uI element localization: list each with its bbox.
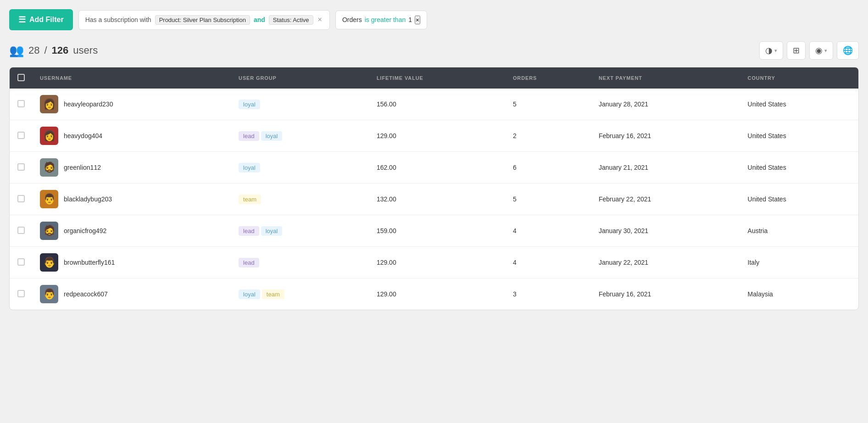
users-icon: 👥 (9, 44, 24, 58)
row-checkbox[interactable] (17, 132, 25, 139)
username-cell: 👩 heavyleopard230 (33, 89, 231, 120)
row-checkbox[interactable] (17, 227, 25, 234)
lifetime-value-cell: 159.00 (369, 215, 506, 247)
next-payment-cell: January 28, 2021 (591, 89, 740, 120)
avatar: 👩 (40, 95, 58, 113)
pie-chart-icon: ◑ (765, 45, 773, 56)
next-payment-cell: February 22, 2021 (591, 184, 740, 215)
username: heavydog404 (64, 132, 102, 139)
table-body: 👩 heavyleopard230 loyal156.005January 28… (10, 89, 858, 310)
username-cell: 👨 brownbutterfly161 (33, 247, 231, 278)
grid-button[interactable]: ⊞ (787, 41, 806, 60)
tag-loyal: loyal (261, 131, 283, 141)
row-checkbox[interactable] (17, 258, 25, 266)
username: blackladybug203 (64, 195, 112, 203)
avatar: 👨 (40, 253, 58, 272)
next-payment-cell: January 22, 2021 (591, 247, 740, 278)
product-tag: Product: Silver Plan Subscription (155, 15, 250, 25)
orders-cell: 6 (506, 152, 591, 184)
username: brownbutterfly161 (64, 259, 115, 266)
row-checkbox-cell (10, 215, 33, 247)
user-group-cell: loyal (231, 152, 369, 184)
lifetime-value-cell: 156.00 (369, 89, 506, 120)
row-checkbox[interactable] (17, 163, 25, 171)
row-checkbox-cell (10, 89, 33, 120)
row-checkbox[interactable] (17, 290, 25, 297)
eye-button[interactable]: ◉ ▾ (809, 41, 833, 60)
orders-cell: 4 (506, 247, 591, 278)
table-row[interactable]: 👨 redpeacock607 loyalteam129.003February… (10, 278, 858, 310)
separator: / (44, 45, 47, 56)
username-cell: 👨 redpeacock607 (33, 278, 231, 310)
stats-row: 👥 28 / 126 users ◑ ▾ ⊞ ◉ ▾ 🌐 (9, 41, 859, 60)
table-row[interactable]: 🧔 organicfrog492 leadloyal159.004January… (10, 215, 858, 247)
tag-loyal: loyal (239, 100, 260, 109)
username-cell: 🧔 organicfrog492 (33, 215, 231, 247)
eye-icon: ◉ (815, 45, 823, 56)
country-cell: Austria (740, 215, 858, 247)
tag-loyal: loyal (239, 289, 260, 299)
orders-cell: 2 (506, 120, 591, 152)
table-header: USERNAME USER GROUP LIFETIME VALUE ORDER… (10, 67, 858, 89)
country-cell: United States (740, 89, 858, 120)
row-checkbox-cell (10, 120, 33, 152)
orders-filter-close[interactable]: × (415, 16, 420, 24)
user-group-cell: leadloyal (231, 120, 369, 152)
tag-team: team (262, 289, 284, 299)
username-column-header: USERNAME (33, 67, 231, 89)
country-cell: United States (740, 184, 858, 215)
filter-connector: and (254, 16, 265, 23)
next-payment-cell: January 21, 2021 (591, 152, 740, 184)
current-users: 28 (28, 45, 39, 56)
tag-lead: lead (239, 258, 259, 267)
orders-filter-pill: Orders is greater than 1 × (335, 11, 427, 29)
user-group-cell: loyal (231, 89, 369, 120)
orders-cell: 5 (506, 89, 591, 120)
avatar: 👨 (40, 190, 58, 208)
filter-icon: ☰ (18, 15, 26, 25)
subscription-filter-close[interactable]: × (317, 16, 323, 23)
users-label: users (73, 45, 98, 56)
action-icons: ◑ ▾ ⊞ ◉ ▾ 🌐 (759, 41, 859, 60)
select-all-checkbox[interactable] (17, 74, 25, 81)
username: organicfrog492 (64, 227, 106, 234)
table-row[interactable]: 👩 heavydog404 leadloyal129.002February 1… (10, 120, 858, 152)
checkbox-column-header (10, 67, 33, 89)
table-row[interactable]: 🧔 greenlion112 loyal162.006January 21, 2… (10, 152, 858, 184)
country-column-header: COUNTRY (740, 67, 858, 89)
tag-team: team (239, 195, 261, 204)
globe-icon: 🌐 (843, 45, 853, 56)
country-cell: Malaysia (740, 278, 858, 310)
username-cell: 👨 blackladybug203 (33, 184, 231, 215)
chevron-down-icon: ▾ (774, 48, 777, 54)
tag-loyal: loyal (261, 226, 283, 236)
table-row[interactable]: 👨 brownbutterfly161 lead129.004January 2… (10, 247, 858, 278)
user-group-cell: loyalteam (231, 278, 369, 310)
table-row[interactable]: 👨 blackladybug203 team132.005February 22… (10, 184, 858, 215)
country-cell: United States (740, 152, 858, 184)
pie-chart-button[interactable]: ◑ ▾ (759, 41, 783, 60)
tag-loyal: loyal (239, 163, 260, 173)
filter-bar: ☰ Add Filter Has a subscription with Pro… (9, 9, 859, 30)
lifetime-value-cell: 162.00 (369, 152, 506, 184)
lifetime-value-cell: 129.00 (369, 247, 506, 278)
total-users: 126 (52, 45, 69, 56)
username-cell: 👩 heavydog404 (33, 120, 231, 152)
next-payment-cell: February 16, 2021 (591, 278, 740, 310)
lifetime-value-column-header: LIFETIME VALUE (369, 67, 506, 89)
table-row[interactable]: 👩 heavyleopard230 loyal156.005January 28… (10, 89, 858, 120)
users-table: USERNAME USER GROUP LIFETIME VALUE ORDER… (9, 67, 859, 310)
globe-button[interactable]: 🌐 (837, 41, 859, 60)
avatar: 👩 (40, 127, 58, 145)
orders-filter-label: Orders (342, 16, 362, 23)
next-payment-cell: February 16, 2021 (591, 120, 740, 152)
avatar: 🧔 (40, 158, 58, 177)
user-count: 👥 28 / 126 users (9, 44, 98, 58)
row-checkbox-cell (10, 184, 33, 215)
add-filter-button[interactable]: ☰ Add Filter (9, 9, 73, 30)
row-checkbox[interactable] (17, 195, 25, 202)
usergroup-column-header: USER GROUP (231, 67, 369, 89)
status-tag: Status: Active (269, 15, 313, 25)
username: heavyleopard230 (64, 100, 113, 108)
row-checkbox[interactable] (17, 100, 25, 107)
